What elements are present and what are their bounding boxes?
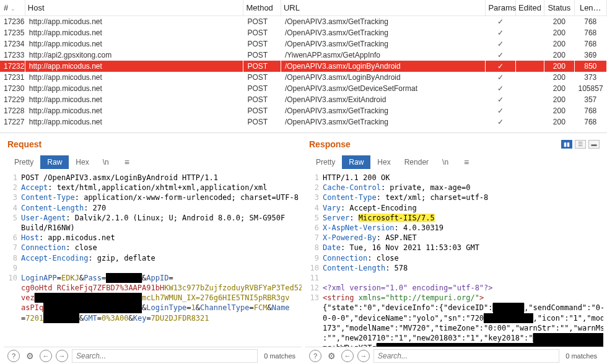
layout-single-icon[interactable]: ▬	[588, 140, 600, 149]
request-search-input[interactable]	[72, 349, 258, 363]
request-matches: 0 matches	[261, 352, 298, 360]
response-title: Response	[309, 139, 561, 149]
request-body[interactable]: 1POST /OpenAPIV3.asmx/LoginByAndroid HTT…	[4, 171, 302, 347]
table-row[interactable]: 17229http://app.micodus.netPOST/OpenAPIV…	[0, 94, 607, 105]
request-footer: ? ⚙ ← → 0 matches	[4, 347, 302, 364]
equals-icon[interactable]: ≡	[122, 157, 132, 167]
col-len[interactable]: Len…	[574, 0, 606, 16]
table-row[interactable]: 17230http://app.micodus.netPOST/OpenAPIV…	[0, 83, 607, 94]
layout-stack-icon[interactable]: ☰	[575, 140, 586, 149]
col-status[interactable]: Status	[544, 0, 574, 16]
prev-icon[interactable]: ←	[40, 350, 52, 362]
table-row[interactable]: 17227http://app.micodus.netPOST/OpenAPIV…	[0, 116, 607, 128]
table-row[interactable]: 17234http://app.micodus.netPOST/OpenAPIV…	[0, 38, 607, 50]
response-body[interactable]: 1HTTP/1.1 200 OK 2Cache-Control: private…	[305, 171, 603, 347]
tab-raw[interactable]: Raw	[40, 155, 69, 169]
gear-icon[interactable]: ⚙	[325, 350, 338, 362]
col-url[interactable]: URL	[281, 0, 486, 16]
request-panel: Request Pretty Raw Hex \n ≡ 1POST /OpenA…	[4, 137, 302, 364]
table-row[interactable]: 17232http://app.micodus.netPOST/OpenAPIV…	[0, 61, 607, 72]
col-params[interactable]: Params	[486, 0, 515, 16]
response-footer: ? ⚙ ← → 0 matches	[305, 347, 603, 364]
col-method[interactable]: Method	[243, 0, 281, 16]
tab-pretty[interactable]: Pretty	[7, 155, 40, 169]
tab-hex[interactable]: Hex	[69, 155, 95, 169]
layout-toggle: ▮▮ ☰ ▬	[561, 140, 600, 149]
next-icon[interactable]: →	[357, 350, 370, 362]
gear-icon[interactable]: ⚙	[24, 350, 36, 362]
response-matches: 0 matches	[563, 352, 600, 360]
layout-split-icon[interactable]: ▮▮	[561, 140, 572, 149]
request-tabs: Pretty Raw Hex \n ≡	[4, 155, 302, 171]
col-edited[interactable]: Edited	[515, 0, 544, 16]
help-icon[interactable]: ?	[7, 350, 20, 362]
table-row[interactable]: 17235http://app.micodus.netPOST/OpenAPIV…	[0, 27, 607, 38]
detail-pane: Request Pretty Raw Hex \n ≡ 1POST /OpenA…	[0, 133, 607, 364]
table-row[interactable]: 17231http://app.micodus.netPOST/OpenAPIV…	[0, 72, 607, 83]
help-icon[interactable]: ?	[309, 350, 321, 362]
prev-icon[interactable]: ←	[341, 350, 354, 362]
transaction-table-pane: # ⌄ Host Method URL Params Edited Status…	[0, 0, 607, 133]
request-title: Request	[7, 139, 298, 149]
equals-icon[interactable]: ≡	[461, 157, 471, 167]
col-host[interactable]: Host	[25, 0, 243, 16]
tab-hex[interactable]: Hex	[370, 155, 397, 169]
tab-n[interactable]: \n	[435, 155, 455, 169]
tab-render[interactable]: Render	[398, 155, 435, 169]
table-row[interactable]: 17236http://app.micodus.netPOST/OpenAPIV…	[0, 16, 607, 28]
table-row[interactable]: 17233http://api2.gpsxitong.comPOST/Yiwen…	[0, 50, 607, 61]
response-search-input[interactable]	[373, 349, 559, 363]
table-row[interactable]: 17228http://app.micodus.netPOST/OpenAPIV…	[0, 105, 607, 116]
tab-n[interactable]: \n	[96, 155, 116, 169]
response-panel: Response ▮▮ ☰ ▬ Pretty Raw Hex Render \n…	[305, 137, 603, 364]
tab-raw[interactable]: Raw	[342, 155, 370, 169]
next-icon[interactable]: →	[56, 350, 68, 362]
col-num[interactable]: # ⌄	[0, 0, 25, 16]
tab-pretty[interactable]: Pretty	[309, 155, 342, 169]
transaction-table: # ⌄ Host Method URL Params Edited Status…	[0, 0, 607, 128]
response-tabs: Pretty Raw Hex Render \n ≡	[305, 155, 603, 171]
